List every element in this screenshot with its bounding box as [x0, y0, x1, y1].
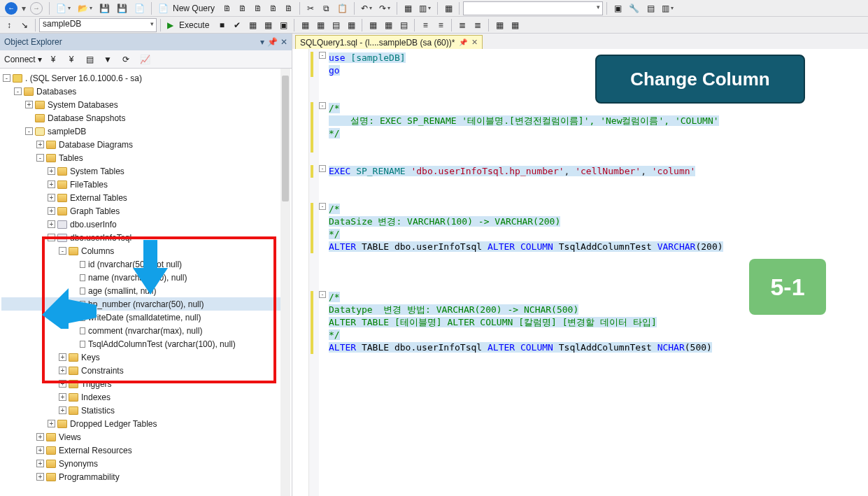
t2f2-icon[interactable]: ▦ [508, 18, 522, 32]
paste-button[interactable]: 📋 [334, 1, 350, 15]
t2c1-icon[interactable]: ▦ [366, 18, 380, 32]
grid2-icon[interactable]: ▥ [416, 1, 434, 15]
save-all-button[interactable]: 💾 [114, 1, 130, 15]
t2b2-icon[interactable]: ▦ [313, 18, 327, 32]
outdent-button[interactable]: ≡ [434, 18, 448, 32]
execute-label: Execute [178, 20, 211, 30]
sql3-icon[interactable]: 🗎 [251, 1, 265, 15]
sql5-icon[interactable]: 🗎 [282, 1, 296, 15]
t2b1-icon[interactable]: ▦ [298, 18, 312, 32]
parse-button[interactable]: ✔ [230, 18, 244, 32]
nav-back-button[interactable]: ← [2, 1, 20, 15]
find-combo[interactable] [463, 1, 603, 15]
open-button[interactable]: 📂 [75, 1, 95, 15]
t2-icon2[interactable]: ↘ [17, 18, 31, 32]
misc1-icon[interactable]: ▦ [441, 1, 455, 15]
sql-toolbar: ↕ ↘ sampleDB ▶Execute ■ ✔ ▦ ▦ ▣ ▦ ▦ ▤ ▦ … [0, 17, 868, 34]
plan2-icon[interactable]: ▦ [261, 18, 275, 32]
nav-forward-button[interactable]: → [27, 1, 45, 15]
plan1-icon[interactable]: ▦ [246, 18, 259, 32]
t2e1-icon[interactable]: ≣ [455, 18, 469, 32]
t2f1-icon[interactable]: ▦ [492, 18, 506, 32]
sql1-icon[interactable]: 🗎 [220, 1, 234, 15]
main-toolbar: ← ▾ → 📄 📂 💾 💾 📄 📄New Query 🗎 🗎 🗎 🗎 🗎 ✂ ⧉… [0, 0, 868, 17]
new-button[interactable]: 📄 [53, 1, 73, 15]
new-query-label: New Query [171, 3, 216, 13]
undo-button[interactable]: ↶ [358, 1, 375, 15]
execute-button[interactable]: ▶Execute [164, 18, 213, 32]
copy-button[interactable]: ⧉ [319, 1, 333, 15]
sql2-icon[interactable]: 🗎 [236, 1, 250, 15]
ext3-icon[interactable]: ▤ [643, 1, 657, 15]
stop-button[interactable]: ■ [215, 18, 229, 32]
db-combo[interactable]: sampleDB [39, 18, 157, 32]
db-combo-value: sampleDB [43, 19, 81, 29]
ext2-icon[interactable]: 🔧 [626, 1, 642, 15]
t2-icon1[interactable]: ↕ [2, 18, 16, 32]
t2b3-icon[interactable]: ▤ [329, 18, 343, 32]
ext4-icon[interactable]: ▥ [659, 1, 676, 15]
plan3-icon[interactable]: ▣ [276, 18, 290, 32]
sql4-icon[interactable]: 🗎 [266, 1, 280, 15]
cut-button[interactable]: ✂ [304, 1, 318, 15]
new-query-button[interactable]: 📄New Query [155, 1, 219, 15]
indent-button[interactable]: ≡ [418, 18, 432, 32]
redo-button[interactable]: ↷ [376, 1, 393, 15]
t2e2-icon[interactable]: ≣ [471, 18, 485, 32]
ext1-icon[interactable]: ▣ [611, 1, 625, 15]
file-icon[interactable]: 📄 [131, 1, 148, 15]
find-input[interactable] [467, 2, 591, 12]
grid-icon[interactable]: ▦ [401, 1, 415, 15]
t2b4-icon[interactable]: ▦ [344, 18, 358, 32]
t2c2-icon[interactable]: ▦ [381, 18, 395, 32]
save-button[interactable]: 💾 [97, 1, 113, 15]
t2c3-icon[interactable]: ▤ [397, 18, 411, 32]
